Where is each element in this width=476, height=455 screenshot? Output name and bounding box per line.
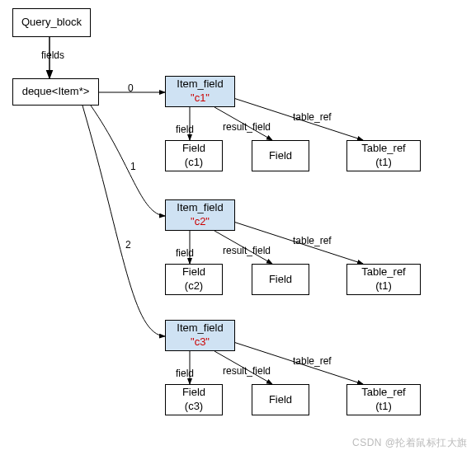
node-field-b0: Field (252, 140, 309, 171)
edge-label-field-0: field (176, 124, 194, 135)
node-field-a2: Field (c3) (165, 384, 223, 415)
field-a1-l1: Field (182, 265, 205, 279)
node-field-a1: Field (c2) (165, 264, 223, 295)
item-field-2-value: "c3" (191, 335, 210, 349)
deque-label: deque<Item*> (22, 85, 90, 99)
field-a0-l1: Field (182, 142, 205, 156)
item-field-2-title: Item_field (177, 321, 223, 335)
table-ref-1-l2: (t1) (375, 279, 392, 293)
node-query-block: Query_block (12, 8, 91, 37)
node-field-b1: Field (252, 264, 309, 295)
node-deque: deque<Item*> (12, 78, 99, 106)
node-table-ref-0: Table_ref (t1) (346, 140, 421, 171)
field-b2-l1: Field (269, 393, 292, 407)
field-a1-l2: (c2) (185, 279, 203, 293)
query-block-label: Query_block (21, 16, 82, 30)
edge-label-field-1: field (176, 247, 194, 259)
item-field-0-title: Item_field (177, 77, 223, 91)
node-field-b2: Field (252, 384, 309, 415)
table-ref-0-l2: (t1) (375, 156, 392, 170)
edge-label-result-field-2: result_field (223, 365, 271, 377)
item-field-1-value: "c2" (191, 215, 210, 229)
field-a2-l2: (c3) (185, 400, 203, 414)
edge-label-table-ref-1: table_ref (293, 235, 332, 246)
edge-label-table-ref-0: table_ref (293, 111, 332, 123)
item-field-0-value: "c1" (191, 91, 210, 106)
node-table-ref-2: Table_ref (t1) (346, 384, 421, 415)
table-ref-2-l1: Table_ref (361, 386, 405, 400)
node-item-field-0: Item_field "c1" (165, 76, 235, 107)
edge-label-field-2: field (176, 368, 194, 379)
item-field-1-title: Item_field (177, 201, 223, 215)
node-field-a0: Field (c1) (165, 140, 223, 171)
edge-label-1: 1 (130, 161, 136, 172)
node-table-ref-1: Table_ref (t1) (346, 264, 421, 295)
node-item-field-1: Item_field "c2" (165, 199, 235, 231)
field-b1-l1: Field (269, 273, 292, 287)
table-ref-2-l2: (t1) (375, 400, 392, 414)
node-item-field-2: Item_field "c3" (165, 320, 235, 351)
table-ref-0-l1: Table_ref (361, 142, 405, 156)
edge-label-0: 0 (128, 82, 134, 94)
edge-label-result-field-0: result_field (223, 121, 271, 133)
edge-label-result-field-1: result_field (223, 245, 271, 256)
field-a0-l2: (c1) (185, 156, 203, 170)
field-b0-l1: Field (269, 149, 292, 163)
watermark-text: CSDN @抡着鼠标扛大旗 (352, 436, 468, 450)
table-ref-1-l1: Table_ref (361, 265, 405, 279)
edge-label-2: 2 (125, 239, 131, 251)
edge-label-fields: fields (41, 49, 64, 61)
field-a2-l1: Field (182, 386, 205, 400)
edge-label-table-ref-2: table_ref (293, 355, 332, 367)
